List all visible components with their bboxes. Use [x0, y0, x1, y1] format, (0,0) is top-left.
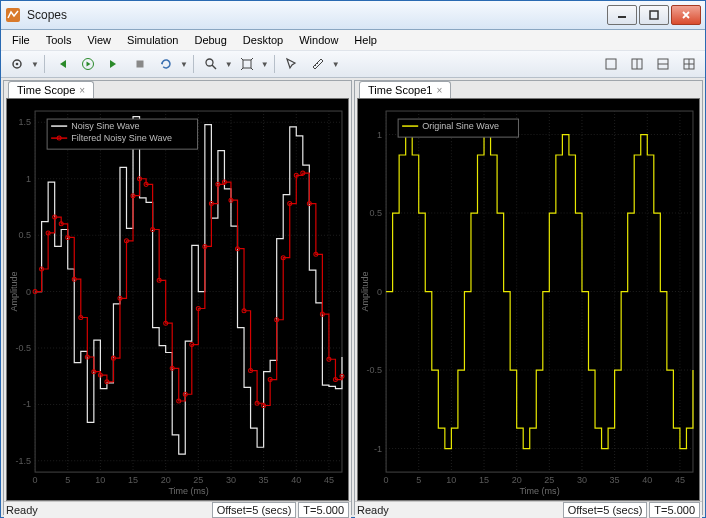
- layout-4-button[interactable]: [677, 52, 701, 76]
- svg-text:-1.5: -1.5: [16, 456, 32, 466]
- window-buttons: [607, 5, 701, 25]
- menu-view[interactable]: View: [80, 32, 118, 48]
- minimize-button[interactable]: [607, 5, 637, 25]
- menu-debug[interactable]: Debug: [187, 32, 233, 48]
- loop-button[interactable]: [154, 52, 178, 76]
- status-bar: Ready Offset=5 (secs) T=5.000: [355, 501, 702, 518]
- cursor-button[interactable]: [280, 52, 304, 76]
- svg-text:Amplitude: Amplitude: [9, 272, 19, 312]
- tab-label: Time Scope: [17, 84, 75, 96]
- svg-rect-9: [243, 60, 251, 68]
- dropdown-icon[interactable]: ▼: [180, 60, 188, 69]
- menubar: File Tools View Simulation Debug Desktop…: [1, 30, 705, 50]
- svg-text:20: 20: [161, 475, 171, 485]
- menu-tools[interactable]: Tools: [39, 32, 79, 48]
- svg-text:-0.5: -0.5: [367, 365, 383, 375]
- svg-rect-6: [136, 61, 143, 68]
- svg-text:1: 1: [26, 174, 31, 184]
- layout-2v-button[interactable]: [625, 52, 649, 76]
- svg-text:Time (ms): Time (ms): [519, 486, 559, 496]
- app-icon: [5, 7, 21, 23]
- svg-text:35: 35: [259, 475, 269, 485]
- svg-text:20: 20: [512, 475, 522, 485]
- svg-line-10: [315, 65, 316, 66]
- menu-file[interactable]: File: [5, 32, 37, 48]
- menu-window[interactable]: Window: [292, 32, 345, 48]
- status-ready: Ready: [357, 504, 389, 516]
- svg-text:Filtered Noisy Sine Wave: Filtered Noisy Sine Wave: [71, 133, 172, 143]
- svg-text:0.5: 0.5: [19, 230, 32, 240]
- step-forward-button[interactable]: [102, 52, 126, 76]
- svg-text:-0.5: -0.5: [16, 343, 32, 353]
- svg-text:0: 0: [33, 475, 38, 485]
- svg-line-11: [317, 63, 318, 64]
- status-offset: Offset=5 (secs): [563, 502, 648, 518]
- titlebar: Scopes: [1, 1, 705, 30]
- svg-text:40: 40: [291, 475, 301, 485]
- svg-text:5: 5: [65, 475, 70, 485]
- autoscale-button[interactable]: [235, 52, 259, 76]
- svg-text:10: 10: [446, 475, 456, 485]
- dropdown-icon[interactable]: ▼: [261, 60, 269, 69]
- dropdown-icon[interactable]: ▼: [31, 60, 39, 69]
- zoom-button[interactable]: [199, 52, 223, 76]
- measure-button[interactable]: [306, 52, 330, 76]
- toolbar: ▼ ▼ ▼ ▼ ▼: [1, 50, 705, 78]
- svg-text:25: 25: [544, 475, 554, 485]
- pane-right: Time Scope1 × 051015202530354045-1-0.500…: [354, 80, 703, 515]
- svg-text:40: 40: [642, 475, 652, 485]
- tab-label: Time Scope1: [368, 84, 432, 96]
- close-icon[interactable]: ×: [79, 85, 85, 96]
- svg-rect-2: [650, 11, 658, 19]
- layout-1-button[interactable]: [599, 52, 623, 76]
- status-time: T=5.000: [298, 502, 349, 518]
- dropdown-icon[interactable]: ▼: [225, 60, 233, 69]
- stop-button[interactable]: [128, 52, 152, 76]
- svg-point-4: [16, 63, 19, 66]
- svg-text:15: 15: [128, 475, 138, 485]
- tab-row: Time Scope1 ×: [355, 81, 702, 98]
- svg-text:1.5: 1.5: [19, 117, 32, 127]
- status-ready: Ready: [6, 504, 38, 516]
- tab-time-scope[interactable]: Time Scope ×: [8, 81, 94, 98]
- tab-time-scope1[interactable]: Time Scope1 ×: [359, 81, 451, 98]
- svg-line-8: [212, 65, 216, 69]
- svg-text:35: 35: [610, 475, 620, 485]
- layout-2h-button[interactable]: [651, 52, 675, 76]
- menu-help[interactable]: Help: [347, 32, 384, 48]
- svg-point-7: [206, 59, 213, 66]
- dropdown-icon[interactable]: ▼: [332, 60, 340, 69]
- settings-button[interactable]: [5, 52, 29, 76]
- svg-text:30: 30: [226, 475, 236, 485]
- scope-plot-1[interactable]: 051015202530354045-1-0.500.51Time (ms)Am…: [357, 98, 700, 501]
- maximize-button[interactable]: [639, 5, 669, 25]
- svg-text:25: 25: [193, 475, 203, 485]
- status-offset: Offset=5 (secs): [212, 502, 297, 518]
- svg-text:1: 1: [377, 130, 382, 140]
- svg-text:-1: -1: [23, 399, 31, 409]
- svg-text:0: 0: [377, 287, 382, 297]
- scope-plot-0[interactable]: 051015202530354045-1.5-1-0.500.511.5Time…: [6, 98, 349, 501]
- close-icon[interactable]: ×: [436, 85, 442, 96]
- menu-simulation[interactable]: Simulation: [120, 32, 185, 48]
- status-bar: Ready Offset=5 (secs) T=5.000: [4, 501, 351, 518]
- close-button[interactable]: [671, 5, 701, 25]
- svg-text:5: 5: [416, 475, 421, 485]
- svg-text:Noisy Sine Wave: Noisy Sine Wave: [71, 121, 139, 131]
- svg-text:Time (ms): Time (ms): [168, 486, 208, 496]
- menu-desktop[interactable]: Desktop: [236, 32, 290, 48]
- svg-text:0.5: 0.5: [370, 208, 383, 218]
- svg-text:0: 0: [384, 475, 389, 485]
- svg-text:-1: -1: [374, 444, 382, 454]
- svg-text:Amplitude: Amplitude: [360, 272, 370, 312]
- svg-text:45: 45: [324, 475, 334, 485]
- svg-text:0: 0: [26, 287, 31, 297]
- step-back-button[interactable]: [50, 52, 74, 76]
- svg-rect-12: [606, 59, 616, 69]
- svg-text:Original Sine Wave: Original Sine Wave: [422, 121, 499, 131]
- svg-text:10: 10: [95, 475, 105, 485]
- tab-row: Time Scope ×: [4, 81, 351, 98]
- svg-text:15: 15: [479, 475, 489, 485]
- play-button[interactable]: [76, 52, 100, 76]
- window-title: Scopes: [27, 8, 607, 22]
